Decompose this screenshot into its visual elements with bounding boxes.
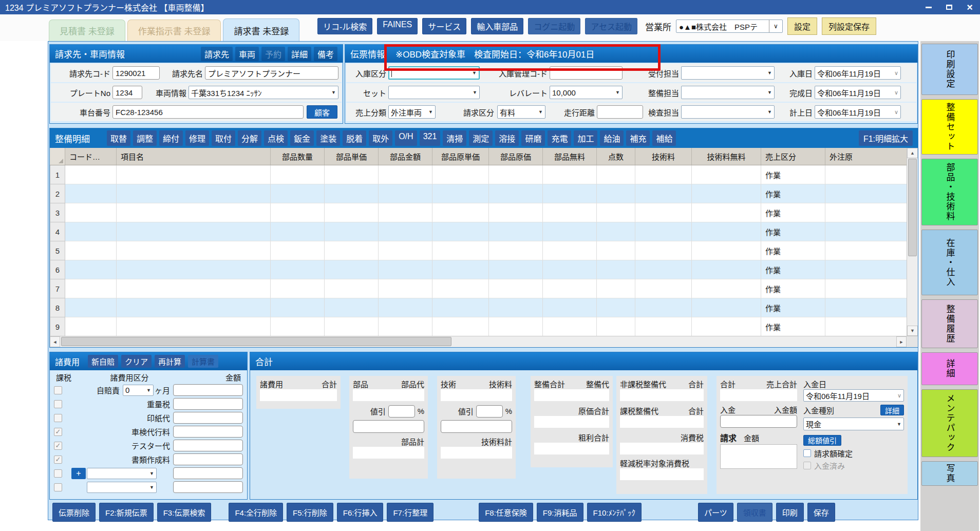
cell[interactable] [825, 260, 907, 279]
cell[interactable] [597, 241, 635, 260]
column-header-1[interactable]: コード… [65, 148, 117, 165]
cell[interactable] [825, 203, 907, 222]
column-header-10[interactable]: 技術料 [635, 148, 692, 165]
tab-invoice[interactable]: 請求書 未登録 [223, 18, 299, 41]
sidebar-button-6[interactable]: 詳細 [921, 352, 978, 385]
select-all-corner[interactable] [50, 148, 65, 165]
customer-header-button-2[interactable]: 車両 [235, 47, 259, 61]
cell[interactable] [117, 165, 271, 184]
detail-op-button-2[interactable]: 調整 [133, 130, 157, 146]
detail-op-button-16[interactable]: 溶接 [495, 130, 519, 146]
cell[interactable] [379, 222, 432, 241]
bottom-button-2-2[interactable]: F5:行削除 [287, 503, 333, 522]
bottom-button-3-3[interactable]: F10:ﾒﾝﾃﾊﾟｯｸ [587, 503, 642, 522]
horizontal-scrollbar[interactable]: ◄ ► [50, 336, 918, 347]
bottom-button-1-2[interactable]: F2:新規伝票 [99, 503, 154, 522]
column-header-5[interactable]: 部品金額 [379, 148, 432, 165]
cell[interactable] [543, 260, 597, 279]
cell[interactable] [117, 184, 271, 203]
cell[interactable] [489, 279, 543, 298]
scroll-left-icon[interactable]: ◄ [50, 336, 60, 347]
cell[interactable] [692, 317, 761, 336]
cell[interactable] [271, 165, 325, 184]
row-number[interactable]: 3 [50, 203, 65, 222]
record-date-select[interactable]: 令和06年11月19日∨ [815, 105, 901, 119]
top-button-4[interactable]: 輸入車部品 [471, 18, 523, 34]
cell[interactable] [117, 203, 271, 222]
bottom-button-1-1[interactable]: 伝票削除 [52, 503, 96, 522]
fee-type-select[interactable]: ▼ [87, 468, 157, 479]
cell[interactable] [379, 184, 432, 203]
billing-code-input[interactable]: 1290021 [112, 66, 160, 80]
cell[interactable] [489, 184, 543, 203]
cell[interactable] [432, 260, 489, 279]
bottom-button-1-3[interactable]: F3:伝票検索 [157, 503, 212, 522]
cell[interactable]: 作業 [761, 184, 825, 203]
cell[interactable] [489, 260, 543, 279]
sidebar-button-5[interactable]: 整備履歴 [921, 299, 978, 348]
cell[interactable] [825, 279, 907, 298]
close-button[interactable]: × [959, 0, 980, 14]
bottom-button-2-3[interactable]: F6:行挿入 [337, 503, 384, 522]
row-number[interactable]: 8 [50, 298, 65, 317]
tech-discount-percent-input[interactable] [476, 405, 503, 418]
scroll-right-icon[interactable]: ► [896, 336, 907, 347]
vehicle-info-select[interactable]: 千葉331ち1234 ﾆｯｻﾝ ▼ [189, 86, 338, 99]
fee-months-select[interactable]: 0▼ [123, 385, 154, 396]
cell[interactable] [692, 260, 761, 279]
column-header-13[interactable]: 外注原 [825, 148, 907, 165]
fee-amount-input[interactable] [173, 398, 243, 410]
cell[interactable] [379, 317, 432, 336]
cell[interactable] [543, 203, 597, 222]
cell[interactable] [692, 184, 761, 203]
cell[interactable] [117, 222, 271, 241]
cell[interactable] [597, 260, 635, 279]
cell[interactable] [597, 165, 635, 184]
cell[interactable] [489, 203, 543, 222]
fee-amount-input[interactable] [173, 384, 243, 396]
cell[interactable] [543, 222, 597, 241]
in-date-select[interactable]: 令和06年11月19日∨ [815, 66, 901, 80]
fee-checkbox-5[interactable]: ✓ [54, 442, 62, 450]
column-header-6[interactable]: 部品原単価 [432, 148, 489, 165]
fees-header-button-1[interactable]: 新自賠 [88, 355, 118, 368]
bottom-button-3-2[interactable]: F9:消耗品 [537, 503, 583, 522]
cell[interactable] [543, 241, 597, 260]
cell[interactable] [692, 165, 761, 184]
detail-op-button-11[interactable]: 取外 [369, 130, 392, 146]
fee-amount-input[interactable] [173, 426, 243, 438]
cell[interactable] [635, 184, 692, 203]
bottom-button-4-3[interactable]: 印刷 [776, 503, 804, 522]
cell[interactable] [489, 222, 543, 241]
cell[interactable] [692, 241, 761, 260]
cell[interactable] [635, 241, 692, 260]
cell[interactable] [379, 279, 432, 298]
cell[interactable] [271, 222, 325, 241]
cell[interactable] [271, 241, 325, 260]
cell[interactable] [692, 279, 761, 298]
row-number[interactable]: 7 [50, 279, 65, 298]
fee-amount-input[interactable] [173, 440, 243, 451]
cell[interactable] [117, 260, 271, 279]
in-division-select[interactable]: ▼ [388, 66, 480, 80]
deposit-date-select[interactable]: 令和06年11月19日 ∨ [803, 389, 904, 402]
vertical-scroll-thumb[interactable] [908, 159, 917, 256]
cell[interactable]: 作業 [761, 260, 825, 279]
detail-op-button-10[interactable]: 脱着 [343, 130, 366, 146]
cell[interactable] [489, 241, 543, 260]
column-header-3[interactable]: 部品数量 [271, 148, 325, 165]
fee-checkbox-8[interactable] [54, 483, 62, 491]
column-header-4[interactable]: 部品単価 [325, 148, 379, 165]
detail-op-button-3[interactable]: 締付 [159, 130, 183, 146]
cell[interactable] [543, 165, 597, 184]
row-number[interactable]: 1 [50, 165, 65, 184]
cell[interactable] [65, 241, 117, 260]
detail-op-button-21[interactable]: 補充 [626, 130, 650, 146]
cell[interactable] [825, 184, 907, 203]
cell[interactable] [325, 317, 379, 336]
bottom-button-4-1[interactable]: パーツ [698, 503, 733, 522]
fee-checkbox-4[interactable]: ✓ [54, 428, 62, 436]
cell[interactable] [825, 317, 907, 336]
fee-checkbox-1[interactable] [54, 386, 62, 394]
column-header-9[interactable]: 点数 [597, 148, 635, 165]
